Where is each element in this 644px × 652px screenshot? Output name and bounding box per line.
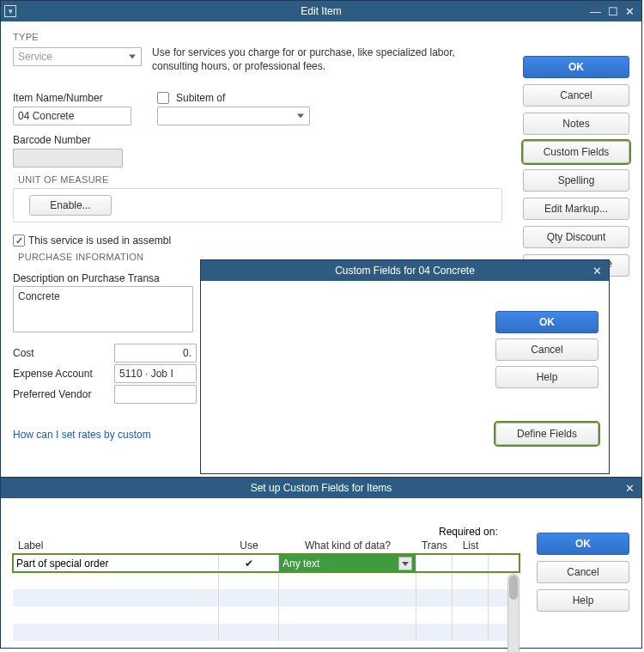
edit-markup-button[interactable]: Edit Markup... <box>523 198 629 220</box>
cost-field[interactable]: 0. <box>114 344 197 363</box>
edit-item-titlebar[interactable]: ▾ Edit Item — ☐ ✕ <box>1 1 641 21</box>
preferred-vendor-label: Preferred Vendor <box>13 388 109 400</box>
cf-ok-button[interactable]: OK <box>495 311 598 333</box>
type-value: Service <box>18 51 52 63</box>
purchase-desc-value: Concrete <box>18 290 60 302</box>
check-icon <box>245 558 253 570</box>
define-fields-button[interactable]: Define Fields <box>495 423 598 445</box>
table-scrollbar[interactable] <box>507 574 519 652</box>
chevron-down-icon <box>297 114 304 119</box>
minimize-icon[interactable]: — <box>590 6 601 17</box>
custom-fields-title: Custom Fields for 04 Concrete <box>201 265 609 277</box>
expense-account-field[interactable]: 5110 · Job I <box>114 364 197 383</box>
row-kind-value: Any text <box>283 558 319 570</box>
expense-account-value: 5110 · Job I <box>119 368 173 380</box>
chevron-down-icon <box>398 557 412 570</box>
barcode-field[interactable] <box>13 149 123 168</box>
table-row[interactable] <box>13 572 519 589</box>
purchase-desc-field[interactable]: Concrete <box>13 286 193 332</box>
custom-fields-table: Required on: Label Use What kind of data… <box>13 527 519 641</box>
used-in-assembly-label: This service is used in assembl <box>28 235 171 247</box>
notes-button[interactable]: Notes <box>523 113 629 135</box>
expense-account-label: Expense Account <box>13 368 109 380</box>
row-kind-dropdown[interactable]: Any text <box>279 555 416 572</box>
enable-uom-button[interactable]: Enable... <box>29 195 112 216</box>
type-label: TYPE <box>13 32 142 42</box>
row-trans-cell[interactable] <box>416 555 453 572</box>
cf-cancel-button[interactable]: Cancel <box>495 338 598 361</box>
qty-discount-button[interactable]: Qty Discount <box>523 226 629 248</box>
edit-item-title: Edit Item <box>1 5 641 17</box>
type-help-text: Use for services you charge for or purch… <box>152 32 502 73</box>
subitem-dropdown[interactable] <box>157 107 310 125</box>
used-in-assembly-checkbox[interactable] <box>13 235 25 247</box>
custom-fields-button[interactable]: Custom Fields <box>523 141 629 163</box>
col-trans: Trans <box>416 539 453 554</box>
table-row[interactable] <box>13 606 519 624</box>
required-on-label: Required on: <box>439 526 498 538</box>
preferred-vendor-field[interactable] <box>114 385 197 404</box>
setup-title: Set up Custom Fields for Items <box>1 482 641 494</box>
chevron-down-icon <box>129 55 136 59</box>
setup-help-button[interactable]: Help <box>537 589 629 612</box>
close-icon[interactable]: ✕ <box>625 6 635 17</box>
custom-fields-titlebar[interactable]: Custom Fields for 04 Concrete ✕ <box>201 260 609 281</box>
close-icon[interactable]: ✕ <box>625 483 635 494</box>
table-row[interactable]: Part of special order Any text <box>13 555 519 572</box>
rates-help-link[interactable]: How can I set rates by custom <box>13 429 151 441</box>
subitem-label: Subitem of <box>176 92 225 104</box>
item-name-value: 04 Concrete <box>18 110 74 122</box>
row-label-value: Part of special order <box>16 558 108 570</box>
setup-ok-button[interactable]: OK <box>537 533 629 555</box>
col-list: List <box>453 539 489 554</box>
setup-body: OK Cancel Help Required on: Label Use Wh… <box>1 498 641 648</box>
custom-fields-window: Custom Fields for 04 Concrete ✕ OK Cance… <box>200 259 610 474</box>
table-row[interactable] <box>13 624 519 641</box>
custom-fields-body: OK Cancel Help Define Fields <box>201 281 609 473</box>
cf-help-button[interactable]: Help <box>495 366 598 388</box>
setup-cancel-button[interactable]: Cancel <box>537 561 629 583</box>
ok-button[interactable]: OK <box>523 56 629 78</box>
table-row[interactable] <box>13 589 519 606</box>
spelling-button[interactable]: Spelling <box>523 169 629 192</box>
cancel-button[interactable]: Cancel <box>523 84 629 107</box>
col-use: Use <box>219 539 279 554</box>
type-dropdown[interactable]: Service <box>13 47 142 66</box>
row-label-cell[interactable]: Part of special order <box>13 555 219 572</box>
window-menu-icon[interactable]: ▾ <box>4 5 16 17</box>
item-name-field[interactable]: 04 Concrete <box>13 107 131 125</box>
row-use-cell[interactable] <box>219 555 279 572</box>
col-label: Label <box>13 539 219 554</box>
setup-custom-fields-window: Set up Custom Fields for Items ✕ OK Canc… <box>0 477 642 649</box>
setup-titlebar[interactable]: Set up Custom Fields for Items ✕ <box>1 478 641 498</box>
cost-value: 0. <box>183 347 191 359</box>
cost-label: Cost <box>13 347 109 359</box>
row-list-cell[interactable] <box>453 555 489 572</box>
item-name-label: Item Name/Number <box>13 92 142 104</box>
scrollbar-thumb[interactable] <box>509 576 518 600</box>
close-icon[interactable]: ✕ <box>592 265 602 277</box>
col-kind: What kind of data? <box>279 539 416 554</box>
subitem-checkbox[interactable] <box>157 92 169 104</box>
maximize-icon[interactable]: ☐ <box>608 6 618 17</box>
